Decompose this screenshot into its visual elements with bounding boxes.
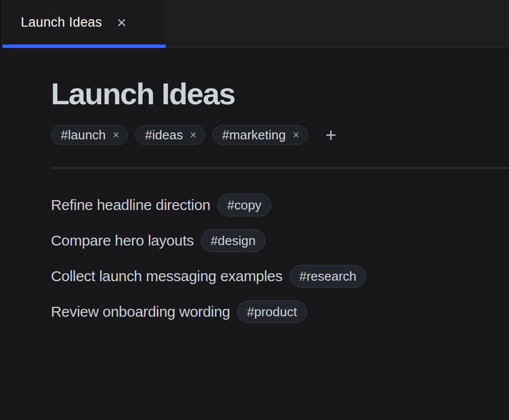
item-text: Review onboarding wording [51,303,230,320]
item-tag-product[interactable]: #product [237,300,307,323]
tag-row: #launch × #ideas × #marketing × + [51,125,509,145]
tag-label: #launch [61,127,106,143]
divider [51,168,509,168]
item-text: Refine headline direction [51,197,211,213]
item-tag-copy[interactable]: #copy [217,194,271,216]
list-item[interactable]: Refine headline direction #copy [51,194,509,216]
tab-launch-ideas[interactable]: Launch Ideas × [2,0,166,48]
note-page: Launch Ideas #launch × #ideas × #marketi… [0,79,509,323]
add-tag-button[interactable]: + [321,125,341,145]
tag-label: #marketing [222,127,286,143]
list-item[interactable]: Review onboarding wording #product [51,300,509,323]
tag-remove-icon[interactable]: × [190,129,196,141]
tag-pill-ideas[interactable]: #ideas × [135,125,205,145]
item-tag-research[interactable]: #research [290,265,367,288]
tag-remove-icon[interactable]: × [113,129,119,141]
tab-bar: Launch Ideas × [0,0,509,48]
tab-close-icon[interactable]: × [117,14,127,31]
item-text: Collect launch messaging examples [51,268,283,285]
item-text: Compare hero layouts [51,232,194,249]
page-title: Launch Ideas [51,79,509,109]
tag-pill-launch[interactable]: #launch × [51,125,128,145]
tab-label: Launch Ideas [21,15,102,30]
idea-list: Refine headline direction #copy Compare … [51,194,509,323]
plus-icon: + [326,126,337,144]
list-item[interactable]: Collect launch messaging examples #resea… [51,265,509,288]
tag-pill-marketing[interactable]: #marketing × [212,125,308,145]
item-tag-design[interactable]: #design [201,229,265,252]
list-item[interactable]: Compare hero layouts #design [51,229,509,252]
tag-label: #ideas [145,127,183,143]
tag-remove-icon[interactable]: × [293,129,299,141]
